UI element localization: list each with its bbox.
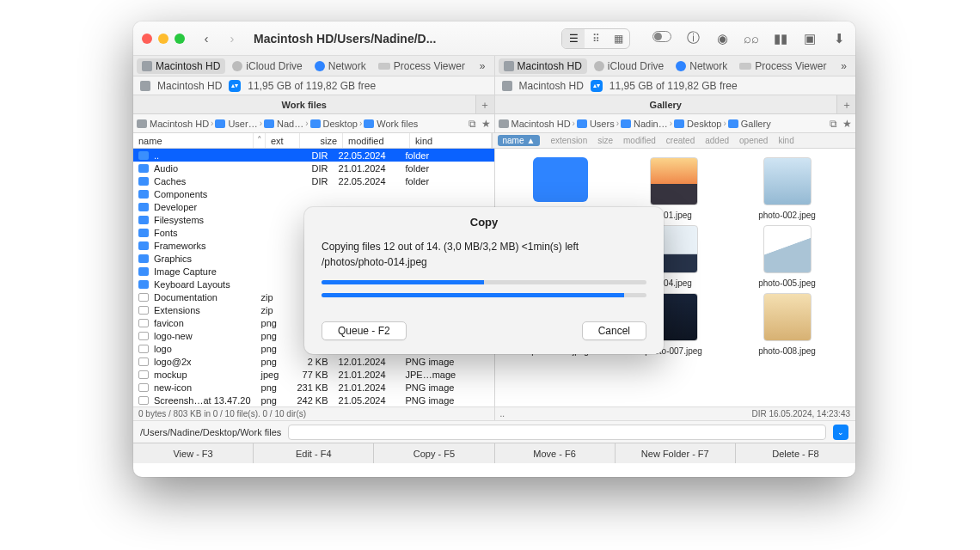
- window-controls: [142, 34, 185, 44]
- fn-button[interactable]: Edit - F4: [254, 443, 374, 463]
- history-icon[interactable]: ⧉: [469, 118, 476, 130]
- fn-button[interactable]: Copy - F5: [374, 443, 494, 463]
- location-cloud[interactable]: iCloud Drive: [227, 58, 307, 74]
- breadcrumb-item[interactable]: Nadin…: [621, 119, 668, 129]
- nav-back-button[interactable]: ‹: [197, 29, 216, 48]
- gallery-item[interactable]: photo-005.jpeg: [739, 225, 836, 288]
- dialog-title: Copy: [304, 207, 664, 239]
- col-created[interactable]: created: [666, 136, 695, 145]
- breadcrumb-item[interactable]: Desktop: [674, 119, 721, 129]
- col-ext[interactable]: ext: [266, 133, 300, 148]
- gallery-item[interactable]: photo-008.jpeg: [739, 293, 836, 356]
- disk-free: 11,95 GB of 119,82 GB free: [609, 80, 738, 92]
- gallery-item[interactable]: photo-002.jpeg: [739, 157, 836, 220]
- col-size[interactable]: size: [300, 133, 343, 148]
- path-input[interactable]: [288, 425, 826, 440]
- photo-thumb[interactable]: [763, 293, 812, 341]
- col-name[interactable]: name: [133, 133, 254, 148]
- fn-button[interactable]: New Folder - F7: [616, 443, 736, 463]
- locations-overflow[interactable]: »: [475, 60, 491, 72]
- archive-icon[interactable]: ▮▮: [773, 31, 788, 46]
- info-icon[interactable]: ⓘ: [685, 31, 701, 46]
- cancel-button[interactable]: Cancel: [582, 321, 646, 340]
- eject-icon[interactable]: ▣: [802, 31, 818, 46]
- breadcrumb-item[interactable]: User…: [215, 119, 257, 129]
- col-modified[interactable]: modified: [623, 136, 656, 145]
- maximize-icon[interactable]: [175, 34, 185, 44]
- fn-button[interactable]: Move - F6: [495, 443, 616, 463]
- nav-forward-button[interactable]: ›: [223, 29, 242, 48]
- dialog-status-text: Copying files 12 out of 14. (3,0 MB/3,2 …: [322, 239, 646, 270]
- right-pane-tab[interactable]: Gallery: [495, 100, 837, 110]
- breadcrumb-item[interactable]: Gallery: [728, 119, 771, 129]
- left-status: 0 bytes / 803 KB in 0 / 10 file(s). 0 / …: [133, 406, 494, 420]
- left-pane-tab[interactable]: Work files: [133, 100, 475, 110]
- breadcrumb-item[interactable]: Macintosh HD: [137, 119, 209, 129]
- table-row[interactable]: logo@2xpng2 KB12.01.2024PNG image: [133, 355, 494, 368]
- breadcrumb-item[interactable]: Desktop: [310, 119, 358, 129]
- photo-thumb[interactable]: [763, 157, 812, 205]
- download-icon[interactable]: ⬇: [831, 31, 847, 46]
- sort-toggle[interactable]: ▴▾: [591, 80, 603, 92]
- location-proc[interactable]: Process Viewer: [373, 58, 470, 74]
- function-button-row: View - F3Edit - F4Copy - F5Move - F6New …: [133, 443, 855, 463]
- col-opened[interactable]: opened: [739, 136, 768, 145]
- fn-button[interactable]: Delete - F8: [736, 443, 855, 463]
- col-extension[interactable]: extension: [550, 136, 587, 145]
- grid-view-icon[interactable]: ▦: [607, 29, 629, 48]
- breadcrumb-item[interactable]: Nad…: [264, 119, 303, 129]
- quicklook-icon[interactable]: ◉: [714, 31, 730, 46]
- view-mode-segment[interactable]: ☰ ⠿ ▦: [561, 28, 630, 49]
- col-size[interactable]: size: [597, 136, 613, 145]
- add-tab-button[interactable]: ＋: [836, 95, 855, 113]
- path-row: /Users/Nadine/Desktop/Work files ⌄: [133, 420, 855, 443]
- table-row[interactable]: Screensh…at 13.47.20png242 KB21.05.2024P…: [133, 394, 494, 406]
- location-cloud[interactable]: iCloud Drive: [589, 58, 669, 74]
- binoculars-icon[interactable]: ⌕⌕: [744, 31, 759, 46]
- locations-bar: Macintosh HDiCloud DriveNetworkProcess V…: [133, 56, 855, 76]
- breadcrumb-item[interactable]: Users: [577, 119, 615, 129]
- favorite-icon[interactable]: ★: [481, 118, 491, 130]
- list-view-icon[interactable]: ☰: [562, 29, 585, 48]
- column-view-icon[interactable]: ⠿: [585, 29, 607, 48]
- table-row[interactable]: AudioDIR21.01.2024folder: [133, 162, 494, 174]
- col-kind[interactable]: kind: [410, 133, 492, 148]
- col-mod[interactable]: modified: [343, 133, 410, 148]
- table-row[interactable]: new-iconpng231 KB21.01.2024PNG image: [133, 381, 494, 394]
- col-kind[interactable]: kind: [778, 136, 793, 145]
- minimize-icon[interactable]: [158, 34, 168, 44]
- table-row[interactable]: CachesDIR22.05.2024folder: [133, 174, 494, 187]
- location-hd[interactable]: Macintosh HD: [499, 58, 587, 74]
- pane-tabs: Work files ＋ Gallery ＋: [133, 95, 855, 114]
- breadcrumb-item[interactable]: Macintosh HD: [499, 119, 571, 129]
- column-headers: name ˄ ext size modified kind name ▲exte…: [133, 133, 855, 149]
- close-icon[interactable]: [142, 34, 152, 44]
- col-name[interactable]: name ▲: [498, 135, 541, 146]
- location-net[interactable]: Network: [309, 58, 371, 74]
- history-button[interactable]: ⌄: [833, 425, 848, 440]
- folder-icon[interactable]: [533, 157, 588, 202]
- photo-thumb[interactable]: [650, 157, 698, 205]
- fn-button[interactable]: View - F3: [133, 443, 254, 463]
- sort-indicator[interactable]: ˄: [254, 133, 266, 148]
- location-net[interactable]: Network: [671, 58, 732, 74]
- titlebar: ‹ › Macintosh HD/Users/Nadine/D... ☰ ⠿ ▦…: [133, 21, 855, 56]
- right-status: .. DIR 16.05.2024, 14:23:43: [495, 406, 856, 420]
- add-tab-button[interactable]: ＋: [475, 95, 494, 113]
- location-proc[interactable]: Process Viewer: [734, 58, 831, 74]
- queue-button[interactable]: Queue - F2: [322, 321, 407, 340]
- location-hd[interactable]: Macintosh HD: [137, 58, 225, 74]
- breadcrumb-row: Macintosh HD›User…›Nad…›Desktop›Work fil…: [133, 114, 855, 133]
- history-icon[interactable]: ⧉: [830, 118, 837, 130]
- col-added[interactable]: added: [705, 136, 729, 145]
- disk-info-row: Macintosh HD ▴▾ 11,95 GB of 119,82 GB fr…: [133, 76, 855, 95]
- table-row[interactable]: ..DIR22.05.2024folder: [133, 149, 494, 162]
- toggle-icon[interactable]: [652, 31, 671, 42]
- table-row[interactable]: Components: [133, 187, 494, 200]
- photo-thumb[interactable]: [763, 225, 812, 273]
- table-row[interactable]: mockupjpeg77 KB21.01.2024JPE…mage: [133, 368, 494, 381]
- favorite-icon[interactable]: ★: [842, 118, 852, 130]
- sort-toggle[interactable]: ▴▾: [229, 80, 241, 92]
- locations-overflow[interactable]: »: [836, 60, 852, 72]
- breadcrumb-item[interactable]: Work files: [364, 119, 418, 129]
